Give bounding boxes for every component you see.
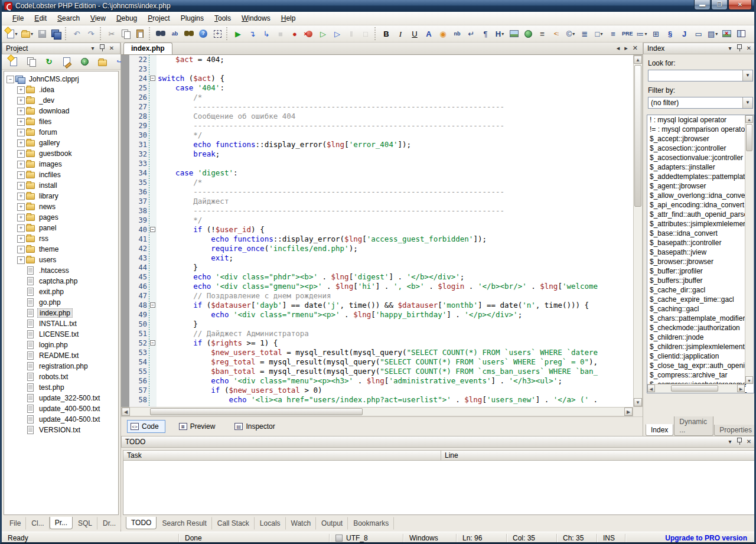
script-button[interactable]: J [678,27,691,40]
index-item[interactable]: $_acosection::jcontroller [647,144,754,153]
chevron-down-icon[interactable]: ▼ [742,70,752,81]
index-item[interactable]: $_api_encoding::idna_convert [647,200,754,210]
tree-file-INSTALLtxt[interactable]: INSTALL.txt [6,318,118,329]
hscroll-thumb[interactable] [671,385,718,392]
editor-vertical-scrollbar[interactable]: ▲ ▼ [633,55,643,407]
expander-icon[interactable]: + [17,97,25,105]
scroll-up-icon[interactable]: ▲ [634,56,642,64]
panel-tab-index[interactable]: Index [646,424,673,436]
upgrade-link[interactable]: Upgrade to PRO version [665,534,754,542]
bottom-tab-output[interactable]: Output [316,517,348,530]
run-to-cursor-button[interactable]: ▷ [317,27,330,40]
index-item[interactable]: $_checkmode::jauthorization [647,323,754,333]
chevron-down-icon[interactable]: ▼ [742,97,752,108]
pin-icon[interactable] [735,44,744,53]
tree-folder-rss[interactable]: +rss [6,233,118,244]
anchor-button[interactable] [522,27,535,40]
br-button[interactable]: ↵ [465,27,478,40]
view-tab-preview[interactable]: ≣Preview [176,421,221,432]
bottom-tab-callstack[interactable]: Call Stack [212,517,255,530]
menu-edit[interactable]: Edit [30,12,51,24]
menu-search[interactable]: Search [53,12,84,24]
insert-image-button[interactable] [507,27,520,40]
step-into-button[interactable]: ↴ [246,27,259,40]
toggle-breakpoint-button[interactable]: ● [288,27,301,40]
bold-button[interactable]: B [380,27,393,40]
expander-icon[interactable]: + [17,171,25,179]
fold-icon[interactable]: − [150,340,155,346]
close-panel-icon[interactable]: ✕ [744,438,754,446]
run-button[interactable]: ▶ [232,27,245,40]
expander-icon[interactable]: + [17,193,25,200]
save-button[interactable] [35,27,48,40]
form-button[interactable]: § [664,27,677,40]
scroll-right-icon[interactable]: ▶ [624,408,633,416]
bottom-tab-todo[interactable]: TODO [126,517,157,529]
expander-icon[interactable]: + [17,129,25,136]
minimize-button[interactable]: ▬ [694,0,711,10]
tree-file-update400500txt[interactable]: update_400-500.txt [6,403,118,414]
menu-project[interactable]: Project [143,12,174,24]
add-files-button[interactable] [25,56,38,69]
paste-button[interactable] [133,27,146,40]
pin-icon[interactable] [97,44,107,53]
menu-debug[interactable]: Debug [112,12,142,24]
expander-icon[interactable]: + [17,224,25,232]
expander-icon[interactable]: + [17,203,25,211]
panel-menu-icon[interactable]: ▾ [88,44,97,53]
find-in-files-button[interactable] [183,27,195,40]
editor-horizontal-scrollbar[interactable]: ◀ ▶ [121,407,633,416]
list-button[interactable]: ≔▾ [636,27,649,40]
expander-icon[interactable]: + [17,182,25,190]
index-item[interactable]: ! : mysql logical operator [647,115,754,125]
vscroll-thumb[interactable] [634,65,641,207]
tree-file-testphp[interactable]: test.php [6,382,118,393]
tab-close-icon[interactable]: ✕ [633,44,638,52]
tree-folder-forum[interactable]: +forum [6,127,118,138]
tree-file-update322500txt[interactable]: update_322-500.txt [6,393,118,403]
bottom-tab-watch[interactable]: Watch [286,517,317,530]
tree-folder-images[interactable]: +images [6,159,118,170]
side-tab-cl[interactable]: Cl... [26,517,49,530]
todo-line-column[interactable]: Line [441,451,755,460]
add-file-button[interactable] [7,56,20,69]
index-item[interactable]: $_clientid::japplication [647,351,754,361]
pre-button[interactable]: PRE [621,27,634,40]
index-item[interactable]: $_caching::gacl [647,304,754,314]
side-tab-pr[interactable]: Pr... [50,517,73,529]
tree-folder-idea[interactable]: +.idea [6,84,118,95]
color-button[interactable]: ◉ [436,27,449,40]
publish-button[interactable]: ↑ [78,56,91,69]
tree-folder-users[interactable]: +users [6,255,118,265]
close-button[interactable]: ✕ [728,0,752,10]
index-item[interactable]: $_basepath::jcontroller [647,238,754,247]
menu-view[interactable]: View [86,12,110,24]
no-image-button[interactable] [721,27,734,40]
table-button[interactable]: ⊞ [650,27,663,40]
save-all-button[interactable] [50,27,63,40]
step-over-button[interactable]: ↳ [260,27,273,40]
tree-file-registrationphp[interactable]: registration.php [6,361,118,372]
expander-icon[interactable]: + [17,108,25,115]
expander-icon[interactable]: + [17,256,25,264]
menu-help[interactable]: Help [276,12,301,24]
hr-button[interactable]: = [536,27,549,40]
open-folder-button[interactable] [96,56,109,69]
tree-folder-download[interactable]: +download [6,106,118,116]
index-item[interactable]: $_cache_expire_time::gacl [647,295,754,304]
close-panel-icon[interactable]: ✕ [107,44,116,53]
properties-button[interactable] [60,56,73,69]
copyright-button[interactable]: ©▾ [564,27,577,40]
expander-icon[interactable]: + [17,139,25,147]
panel-tab-dynamic[interactable]: Dynamic ... [674,416,713,436]
tree-file-gophp[interactable]: go.php [6,297,118,308]
help-button[interactable]: ? [197,27,210,40]
expander-icon[interactable]: + [17,235,25,243]
align-top-button[interactable]: ≡ [607,27,620,40]
index-item[interactable]: $_adapters::jinstaller [647,162,754,172]
index-item[interactable]: $_compress::archive_tar [647,370,754,380]
index-item[interactable]: $_cache_dir::gacl [647,285,754,295]
expander-icon[interactable]: + [17,161,25,168]
cut-button[interactable]: ✂ [105,27,118,40]
side-tab-file[interactable]: File [4,517,26,530]
